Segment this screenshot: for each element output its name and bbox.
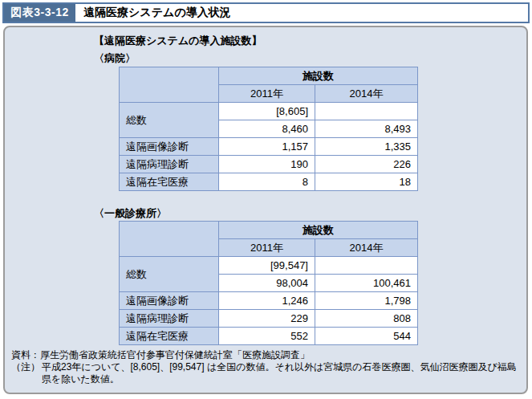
cell-total-bracket-2014 [315, 257, 418, 275]
cell-2014: 544 [315, 328, 418, 345]
cell-total-2011: 98,004 [219, 275, 315, 292]
cell-total-bracket-2011: [99,547] [219, 257, 315, 275]
cell-2014: 1,798 [315, 292, 418, 310]
cell-total-bracket-2011: [8,605] [219, 103, 315, 120]
figure-number-label: 図表3-3-12 [4, 4, 75, 22]
cell-total-bracket-2014 [315, 103, 418, 120]
cell-2014: 808 [315, 310, 418, 328]
col-header-2014: 2014年 [315, 85, 418, 103]
table-row: 遠隔在宅医療 8 18 [120, 173, 418, 191]
cell-total-2011: 8,460 [219, 120, 315, 138]
cell-2011: 552 [219, 328, 315, 345]
corner-cell [120, 67, 219, 103]
content-panel: 【遠隔医療システムの導入施設数】 〈病院〉 施設数 2011年 2014年 総数… [3, 26, 528, 394]
cell-total-2014: 8,493 [315, 120, 418, 138]
cell-2014: 226 [315, 156, 418, 173]
row-label-homecare: 遠隔在宅医療 [120, 173, 219, 191]
table-row: 総数 [8,605] [120, 103, 418, 120]
figure-footer: 資料：厚生労働省政策統括官付参事官付保健統計室「医療施設調査」 （注） 平成23… [11, 349, 520, 385]
col-header-2014: 2014年 [315, 239, 418, 257]
cell-total-2014: 100,461 [315, 275, 418, 292]
row-label-imaging: 遠隔画像診断 [120, 138, 219, 156]
figure-header: 図表3-3-12 遠隔医療システムの導入状況 [2, 2, 530, 23]
clinic-table-caption: 〈一般診療所〉 [94, 206, 167, 221]
row-label-pathology: 遠隔病理診断 [120, 156, 219, 173]
table-header-row: 施設数 [120, 222, 418, 239]
table-row: 遠隔画像診断 1,157 1,335 [120, 138, 418, 156]
hospital-table: 施設数 2011年 2014年 総数 [8,605] 8,460 8,493 遠… [119, 67, 418, 191]
table-row: 遠隔在宅医療 552 544 [120, 328, 418, 345]
note-label: （注） [11, 361, 42, 385]
note-line: （注） 平成23年について、[8,605]、[99,547] は全国の数値。それ… [11, 361, 520, 385]
cell-2014: 18 [315, 173, 418, 191]
col-header-2011: 2011年 [219, 85, 315, 103]
table-row: 遠隔病理診断 190 226 [120, 156, 418, 173]
hospital-table-caption: 〈病院〉 [94, 51, 136, 66]
table-row: 遠隔画像診断 1,246 1,798 [120, 292, 418, 310]
table-row: 総数 [99,547] [120, 257, 418, 275]
corner-cell [120, 222, 219, 257]
group-header: 施設数 [219, 67, 418, 85]
group-header: 施設数 [219, 222, 418, 239]
cell-2011: 1,246 [219, 292, 315, 310]
row-label-total: 総数 [120, 257, 219, 292]
row-label-imaging: 遠隔画像診断 [120, 292, 219, 310]
section-heading: 【遠隔医療システムの導入施設数】 [94, 34, 262, 48]
col-header-2011: 2011年 [219, 239, 315, 257]
clinic-table: 施設数 2011年 2014年 総数 [99,547] 98,004 100,4… [119, 221, 418, 345]
cell-2011: 1,157 [219, 138, 315, 156]
row-label-pathology: 遠隔病理診断 [120, 310, 219, 328]
table-row: 遠隔病理診断 229 808 [120, 310, 418, 328]
figure-title: 遠隔医療システムの導入状況 [75, 4, 231, 22]
cell-2011: 229 [219, 310, 315, 328]
cell-2011: 190 [219, 156, 315, 173]
cell-2011: 8 [219, 173, 315, 191]
note-text: 平成23年について、[8,605]、[99,547] は全国の数値。それ以外は宮… [42, 361, 520, 385]
row-label-homecare: 遠隔在宅医療 [120, 328, 219, 345]
table-header-row: 施設数 [120, 67, 418, 85]
source-line: 資料：厚生労働省政策統括官付参事官付保健統計室「医療施設調査」 [11, 349, 520, 361]
cell-2014: 1,335 [315, 138, 418, 156]
row-label-total: 総数 [120, 103, 219, 138]
